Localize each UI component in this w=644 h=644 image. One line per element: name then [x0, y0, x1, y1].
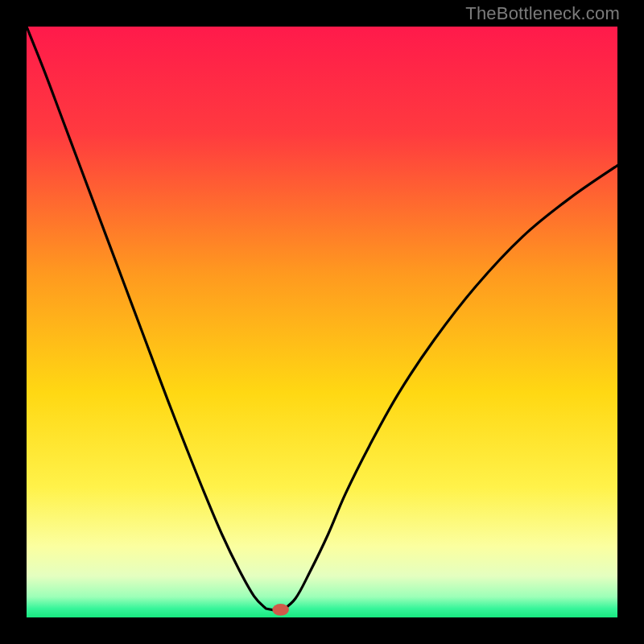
watermark-text: TheBottleneck.com: [465, 3, 620, 24]
chart-svg: [27, 27, 617, 617]
gradient-background: [27, 27, 617, 617]
chart-frame: TheBottleneck.com: [0, 0, 644, 644]
plot-area: [27, 27, 617, 617]
minimum-marker: [272, 604, 289, 616]
